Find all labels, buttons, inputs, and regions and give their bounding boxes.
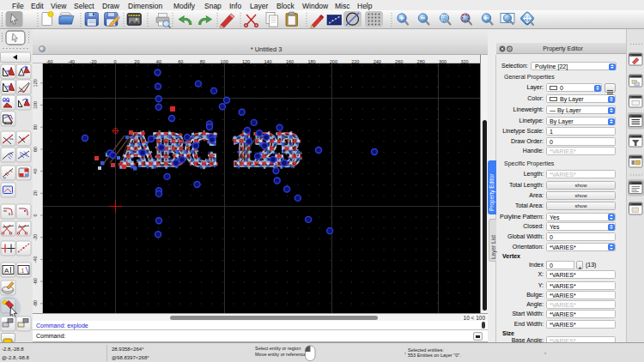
svg-text:80: 80	[33, 124, 38, 130]
svg-text:-60: -60	[33, 278, 38, 285]
svg-text:123: 123	[233, 125, 300, 174]
svg-text:.1: .1	[20, 268, 25, 274]
svg-text:20: 20	[33, 190, 38, 196]
svg-text:-40: -40	[33, 256, 38, 262]
svg-text:120: 120	[33, 79, 38, 87]
svg-text:0: 0	[33, 214, 38, 216]
svg-text:40: 40	[33, 169, 38, 174]
svg-text:-20: -20	[33, 234, 38, 241]
svg-text:100: 100	[33, 101, 38, 109]
svg-text:-80: -80	[33, 300, 38, 307]
svg-text:A: A	[4, 267, 9, 275]
svg-text:60: 60	[33, 147, 38, 152]
